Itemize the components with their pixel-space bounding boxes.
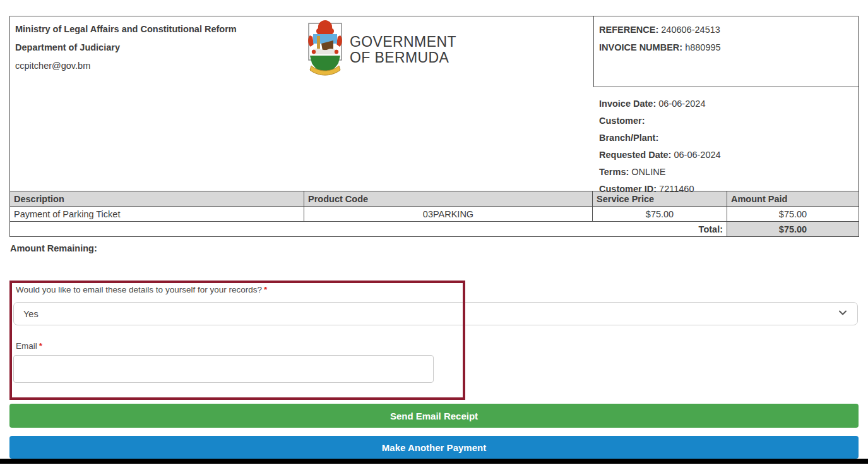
- customer-label: Customer:: [599, 116, 645, 126]
- requested-date-line: Requested Date: 06-06-2024: [599, 147, 859, 164]
- invoice-number-value: h880995: [685, 42, 720, 52]
- invoice-date-line: Invoice Date: 06-06-2024: [599, 95, 859, 112]
- customer-line: Customer:: [599, 112, 859, 130]
- make-another-payment-button[interactable]: Make Another Payment: [9, 436, 859, 459]
- invoice-date-value: 06-06-2024: [658, 99, 705, 109]
- logo-line-1: GOVERNMENT: [350, 34, 456, 50]
- invoice-date-label: Invoice Date:: [599, 99, 656, 109]
- invoice-header: Ministry of Legal Affairs and Constituti…: [9, 16, 859, 191]
- cell-description: Payment of Parking Ticket: [10, 207, 304, 222]
- receipt-document: Ministry of Legal Affairs and Constituti…: [9, 16, 859, 459]
- customer-id-line: Customer ID: 7211460: [599, 181, 859, 198]
- logo-line-2: OF BERMUDA: [350, 50, 456, 66]
- total-label: Total:: [10, 222, 727, 237]
- government-logo-text: GOVERNMENT OF BERMUDA: [350, 34, 456, 66]
- reference-value: 240606-24513: [661, 25, 720, 35]
- customer-id-value: 7211460: [659, 184, 694, 194]
- email-input[interactable]: [13, 355, 434, 383]
- issuer-block: Ministry of Legal Affairs and Constituti…: [15, 20, 237, 75]
- reference-box: REFERENCE: 240606-24513 INVOICE NUMBER: …: [593, 16, 859, 87]
- terms-value: ONLINE: [631, 167, 665, 177]
- invoice-meta-column: REFERENCE: 240606-24513 INVOICE NUMBER: …: [593, 16, 859, 198]
- send-email-receipt-button[interactable]: Send Email Receipt: [9, 404, 859, 428]
- cell-amount-paid: $75.00: [727, 207, 859, 222]
- reference-label: REFERENCE:: [599, 25, 658, 35]
- window-bottom-edge: [0, 459, 868, 464]
- email-question-text: Would you like to email these details to…: [16, 285, 262, 294]
- branch-plant-label: Branch/Plant:: [599, 133, 658, 143]
- ministry-name: Ministry of Legal Affairs and Constituti…: [15, 20, 237, 39]
- terms-label: Terms:: [599, 167, 629, 177]
- invoice-number-line: INVOICE NUMBER: h880995: [599, 39, 854, 56]
- customer-id-label: Customer ID:: [599, 184, 657, 194]
- required-asterisk: *: [39, 341, 42, 351]
- cell-product-code: 03PARKING: [304, 207, 593, 222]
- email-choice-value: Yes: [23, 309, 39, 319]
- invoice-number-label: INVOICE NUMBER:: [599, 42, 682, 52]
- table-total-row: Total: $75.00: [10, 222, 859, 237]
- col-description: Description: [10, 191, 304, 207]
- terms-line: Terms: ONLINE: [599, 164, 859, 181]
- issuer-email: ccpitcher@gov.bm: [15, 57, 237, 75]
- table-row: Payment of Parking Ticket 03PARKING $75.…: [10, 207, 859, 222]
- branch-plant-line: Branch/Plant:: [599, 130, 859, 147]
- government-logo: GOVERNMENT OF BERMUDA: [306, 19, 456, 80]
- cell-service-price: $75.00: [593, 207, 727, 222]
- amount-remaining-label: Amount Remaining:: [9, 243, 859, 253]
- bermuda-coat-of-arms-icon: [306, 19, 345, 80]
- email-choice-select[interactable]: Yes: [13, 302, 858, 325]
- reference-line: REFERENCE: 240606-24513: [599, 21, 854, 39]
- col-product-code: Product Code: [304, 191, 593, 207]
- email-question: Would you like to email these details to…: [9, 285, 859, 294]
- invoice-details: Invoice Date: 06-06-2024 Customer: Branc…: [593, 87, 859, 198]
- department-name: Department of Judiciary: [15, 39, 237, 57]
- email-label-text: Email: [16, 341, 37, 351]
- email-field-label: Email*: [9, 341, 859, 351]
- requested-date-label: Requested Date:: [599, 150, 671, 160]
- total-value: $75.00: [727, 222, 859, 237]
- chevron-down-icon: [837, 307, 848, 320]
- requested-date-value: 06-06-2024: [674, 150, 720, 160]
- required-asterisk: *: [264, 285, 267, 294]
